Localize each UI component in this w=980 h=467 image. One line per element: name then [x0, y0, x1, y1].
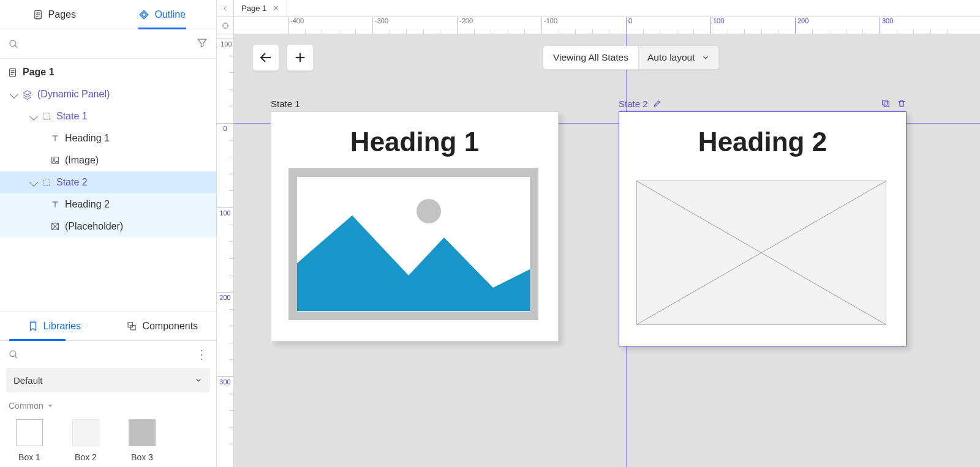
- svg-rect-30: [884, 102, 889, 106]
- svg-rect-11: [52, 157, 59, 164]
- tree-heading1[interactable]: Heading 1: [0, 127, 216, 149]
- lib-item-label: Box 3: [131, 452, 153, 462]
- tree-page-label: Page 1: [23, 67, 55, 78]
- caret-icon: [29, 178, 38, 187]
- image-widget[interactable]: [288, 168, 538, 320]
- state-1[interactable]: State 1 Heading 1: [271, 95, 559, 342]
- library-items: Box 1 Box 2 Box 3: [0, 414, 216, 467]
- ruler-horizontal[interactable]: -400-300-200-1000100200300: [234, 17, 980, 34]
- close-icon[interactable]: ✕: [273, 4, 279, 13]
- tree-page[interactable]: Page 1: [0, 61, 216, 83]
- viewing-label: Viewing All States: [543, 52, 638, 63]
- placeholder-x-icon: [637, 181, 886, 324]
- svg-rect-31: [883, 100, 888, 105]
- tree-dynamic-panel[interactable]: (Dynamic Panel): [0, 83, 216, 105]
- lib-item-box2[interactable]: Box 2: [72, 419, 99, 462]
- tab-libraries[interactable]: Libraries: [0, 312, 108, 340]
- tab-pages-label: Pages: [48, 9, 76, 20]
- library-tabs: Libraries Components: [0, 312, 216, 341]
- svg-point-4: [10, 40, 16, 47]
- state-2-header[interactable]: State 2: [619, 95, 907, 111]
- edit-icon[interactable]: [653, 99, 662, 108]
- svg-line-5: [15, 45, 17, 48]
- state-icon: [42, 177, 51, 187]
- image-placeholder-icon: [297, 177, 530, 312]
- ruler-vertical[interactable]: -1000100200300: [217, 34, 234, 467]
- box-icon: [16, 419, 43, 446]
- state-1-heading[interactable]: Heading 1: [288, 127, 541, 157]
- state-1-body[interactable]: Heading 1: [271, 111, 559, 342]
- library-search-row: ⋮: [0, 341, 216, 368]
- bookmark-icon: [28, 321, 39, 332]
- more-icon[interactable]: ⋮: [195, 347, 208, 362]
- state-2-heading[interactable]: Heading 2: [636, 127, 889, 157]
- state-2[interactable]: State 2 Heading 2: [619, 95, 907, 346]
- ruler-corner[interactable]: [217, 17, 234, 34]
- chevron-down-icon: [194, 376, 203, 384]
- tab-outline[interactable]: Outline: [108, 0, 217, 29]
- filter-icon[interactable]: [196, 37, 208, 51]
- caret-icon: [10, 90, 18, 99]
- tree-placeholder[interactable]: (Placeholder): [0, 215, 216, 237]
- page-tab-corner[interactable]: [217, 0, 234, 17]
- library-select[interactable]: Default: [6, 368, 210, 392]
- triangle-down-icon: [47, 403, 53, 409]
- svg-line-20: [15, 356, 17, 358]
- tree-state1-label: State 1: [56, 111, 88, 122]
- svg-point-21: [222, 23, 227, 28]
- tree-state1[interactable]: State 1: [0, 105, 216, 127]
- tree-image-label: (Image): [65, 155, 99, 166]
- state-icon: [42, 111, 51, 121]
- tree-heading2-label: Heading 2: [65, 199, 110, 210]
- tab-pages[interactable]: Pages: [0, 0, 108, 29]
- outline-icon: [138, 9, 149, 20]
- search-icon[interactable]: [8, 39, 19, 50]
- lib-item-box3[interactable]: Box 3: [129, 419, 156, 462]
- tree-heading2[interactable]: Heading 2: [0, 193, 216, 215]
- state-1-header[interactable]: State 1: [271, 95, 559, 111]
- tab-components[interactable]: Components: [108, 312, 217, 340]
- tab-libraries-label: Libraries: [43, 321, 81, 332]
- back-button[interactable]: [252, 44, 279, 71]
- placeholder-icon: [50, 222, 60, 231]
- layers-icon: [22, 89, 32, 100]
- search-icon[interactable]: [8, 349, 19, 360]
- chevron-left-icon: [222, 5, 229, 12]
- text-icon: [50, 200, 60, 209]
- state-2-label: State 2: [619, 99, 648, 109]
- tree-state2[interactable]: State 2: [0, 171, 216, 193]
- tree-image[interactable]: (Image): [0, 149, 216, 171]
- trash-icon[interactable]: [897, 99, 907, 108]
- left-panel: Pages Outline Page 1 (Dynamic Panel) Sta…: [0, 0, 217, 467]
- layout-dropdown[interactable]: Auto layout: [638, 46, 718, 69]
- canvas-inner[interactable]: Viewing All States Auto layout State 1 H…: [234, 34, 980, 467]
- page-icon: [7, 67, 18, 78]
- text-icon: [50, 133, 60, 143]
- target-icon: [221, 21, 230, 30]
- image-inner: [297, 177, 530, 312]
- components-icon: [126, 321, 137, 332]
- page-tab[interactable]: Page 1 ✕: [234, 0, 287, 17]
- placeholder-widget[interactable]: [636, 181, 886, 325]
- svg-point-29: [417, 199, 441, 223]
- state-2-body[interactable]: Heading 2: [619, 111, 907, 346]
- state-1-label: State 1: [271, 99, 300, 109]
- page-icon: [32, 9, 43, 20]
- lib-item-label: Box 1: [18, 452, 40, 462]
- tree-dp-label: (Dynamic Panel): [37, 89, 110, 100]
- state-view-bar: Viewing All States Auto layout: [543, 45, 719, 70]
- duplicate-icon[interactable]: [881, 99, 891, 108]
- tab-components-label: Components: [142, 321, 198, 332]
- svg-point-12: [53, 159, 55, 160]
- box-icon: [72, 419, 99, 446]
- library-select-label: Default: [13, 375, 43, 386]
- tree-state2-label: State 2: [56, 177, 88, 188]
- svg-rect-10: [43, 113, 50, 120]
- svg-rect-13: [43, 179, 50, 186]
- arrow-left-icon: [258, 50, 273, 65]
- page-tab-label: Page 1: [241, 4, 266, 13]
- lib-item-box1[interactable]: Box 1: [16, 419, 43, 462]
- svg-rect-17: [128, 323, 133, 327]
- add-button[interactable]: [287, 44, 314, 71]
- library-group[interactable]: Common: [0, 397, 216, 414]
